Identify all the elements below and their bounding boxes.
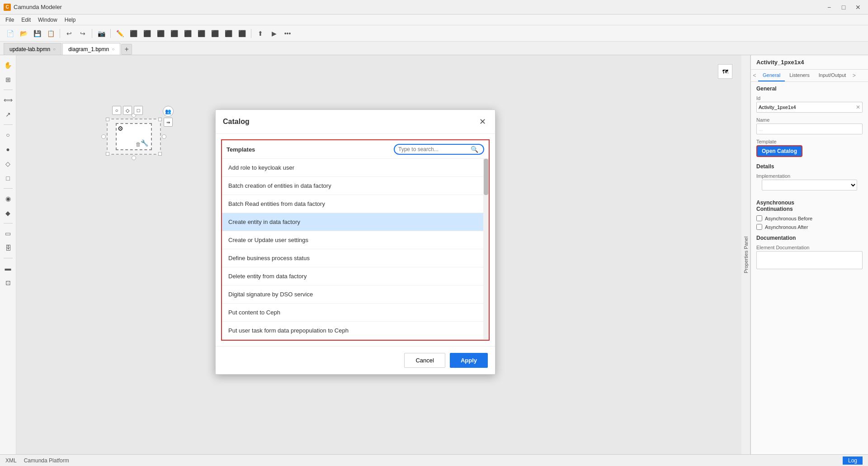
- play-button[interactable]: ▶: [268, 28, 280, 39]
- template-item-6[interactable]: Delete entity from data factory: [222, 267, 489, 285]
- delete-icon: 🗑: [136, 141, 141, 147]
- template-list: Add role to keycloak user Batch creation…: [222, 159, 489, 340]
- open-file-button[interactable]: 📂: [17, 28, 30, 39]
- menu-help[interactable]: Help: [61, 16, 80, 24]
- tab-update-lab[interactable]: update-lab.bpmn ○: [4, 43, 61, 55]
- title-bar: C Camunda Modeler − □ ✕: [0, 0, 868, 14]
- scrollbar-thumb[interactable]: [484, 159, 488, 195]
- template-item-8[interactable]: Put content to Ceph: [222, 304, 489, 322]
- menu-file[interactable]: File: [2, 16, 18, 24]
- handle-bl: [106, 152, 109, 156]
- save-as-button[interactable]: 📋: [44, 28, 57, 39]
- lasso-tool[interactable]: ↗: [2, 108, 14, 121]
- circle-thick-tool[interactable]: ◉: [2, 192, 14, 205]
- template-item-4[interactable]: Create or Update user settings: [222, 231, 489, 249]
- panel-tab-input-output[interactable]: Input/Output: [814, 70, 851, 81]
- template-item-5[interactable]: Define business process status: [222, 249, 489, 267]
- properties-panel-toggle[interactable]: Properties Panel: [741, 55, 750, 454]
- element-doc-textarea[interactable]: [756, 251, 863, 269]
- rect-tool[interactable]: ▭: [2, 227, 14, 240]
- more-tools2[interactable]: ⬛: [236, 28, 248, 39]
- hand-tool[interactable]: ✋: [2, 59, 14, 71]
- bpmn-task[interactable]: ⚙ 🔧 🗑 ○ ◇ □: [107, 119, 161, 155]
- diamond-bold-tool[interactable]: ◆: [2, 207, 14, 219]
- async-after-checkbox[interactable]: [756, 224, 762, 230]
- implementation-select[interactable]: [762, 180, 857, 190]
- diamond-tool[interactable]: ◇: [2, 157, 14, 170]
- dist-h[interactable]: ⬛: [168, 28, 180, 39]
- marquee-tool[interactable]: ⊞: [2, 73, 14, 86]
- circle-bold-tool[interactable]: ●: [2, 143, 14, 156]
- right-panel: Activity_1pxe1x4 < General Listeners Inp…: [750, 55, 868, 454]
- circle-tool[interactable]: ○: [2, 128, 14, 141]
- context-people[interactable]: 👥: [163, 106, 174, 117]
- panel-tool[interactable]: ▬: [2, 262, 14, 275]
- bpmn-element-container[interactable]: ⚙ 🔧 🗑 ○ ◇ □: [107, 119, 161, 155]
- minimize-button[interactable]: −: [823, 2, 835, 12]
- minimap-button[interactable]: 🗺: [718, 64, 732, 79]
- dist-v2[interactable]: ⬛: [208, 28, 221, 39]
- group-tool[interactable]: ⊡: [2, 276, 14, 289]
- status-bar: XML Camunda Platform Log: [0, 454, 868, 466]
- search-input[interactable]: [398, 146, 471, 152]
- menu-window[interactable]: Window: [34, 16, 61, 24]
- context-square[interactable]: □: [134, 106, 143, 115]
- template-item-1[interactable]: Batch creation of entities in data facto…: [222, 177, 489, 195]
- async-before-checkbox[interactable]: [756, 215, 762, 221]
- cancel-button[interactable]: Cancel: [404, 353, 445, 368]
- more-button[interactable]: •••: [281, 28, 294, 39]
- log-button[interactable]: Log: [843, 456, 863, 465]
- template-item-9[interactable]: Put user task form data prepopulation to…: [222, 322, 489, 340]
- context-diamond[interactable]: ◇: [123, 106, 132, 115]
- canvas[interactable]: 🗺 ⚙ 🔧 🗑: [16, 55, 741, 454]
- context-circle[interactable]: ○: [112, 106, 121, 115]
- context-expand[interactable]: ⇒: [164, 118, 173, 127]
- window-controls: − □ ✕: [823, 2, 864, 12]
- handle-right: [162, 134, 166, 139]
- search-box[interactable]: 🔍: [394, 144, 484, 155]
- tab-close-icon[interactable]: ○: [112, 47, 114, 52]
- menu-edit[interactable]: Edit: [18, 16, 34, 24]
- undo-button[interactable]: ↩: [63, 28, 75, 39]
- panel-nav-left[interactable]: <: [751, 70, 758, 81]
- square-tool[interactable]: □: [2, 172, 14, 185]
- new-file-button[interactable]: 📄: [4, 28, 16, 39]
- db-tool[interactable]: 🗄: [2, 242, 14, 254]
- panel-nav-right[interactable]: >: [850, 70, 858, 81]
- panel-tab-general[interactable]: General: [758, 70, 785, 81]
- template-item-2[interactable]: Batch Read entities from data factory: [222, 195, 489, 213]
- tab-diagram-1[interactable]: diagram_1.bpmn ○: [62, 43, 120, 55]
- template-item-7[interactable]: Digital signature by DSO service: [222, 285, 489, 304]
- edit-tool[interactable]: ✏️: [113, 28, 126, 39]
- add-tab-button[interactable]: +: [121, 44, 132, 55]
- apply-button[interactable]: Apply: [450, 353, 488, 368]
- separator-3: [110, 29, 111, 38]
- camera-button[interactable]: 📷: [95, 28, 108, 39]
- redo-button[interactable]: ↪: [76, 28, 89, 39]
- scrollbar-track[interactable]: [483, 159, 489, 340]
- dialog-close-button[interactable]: ✕: [477, 116, 488, 127]
- template-item-3[interactable]: Create entity in data factory: [222, 213, 489, 231]
- id-field[interactable]: Activity_1pxe1x4 ✕: [756, 102, 863, 113]
- search-icon: 🔍: [471, 146, 478, 153]
- upload-button[interactable]: ⬆: [254, 28, 267, 39]
- panel-title: Activity_1pxe1x4: [756, 59, 804, 66]
- template-item-0[interactable]: Add role to keycloak user: [222, 159, 489, 177]
- save-button[interactable]: 💾: [31, 28, 43, 39]
- name-field[interactable]: ...: [756, 124, 863, 134]
- align-right[interactable]: ⬛: [154, 28, 167, 39]
- maximize-button[interactable]: □: [837, 2, 850, 12]
- dist-v[interactable]: ⬛: [181, 28, 194, 39]
- dist-h2[interactable]: ⬛: [195, 28, 208, 39]
- id-field-label: Id: [751, 94, 868, 102]
- align-left[interactable]: ⬛: [127, 28, 140, 39]
- connect-tool[interactable]: ⟺: [2, 94, 14, 106]
- align-center[interactable]: ⬛: [141, 28, 153, 39]
- xml-label[interactable]: XML: [5, 457, 17, 464]
- tab-close-icon[interactable]: ○: [53, 47, 56, 52]
- more-tools[interactable]: ⬛: [222, 28, 235, 39]
- panel-tab-listeners[interactable]: Listeners: [785, 70, 814, 81]
- open-catalog-button[interactable]: Open Catalog: [756, 145, 802, 157]
- id-clear-icon[interactable]: ✕: [856, 104, 860, 110]
- close-button[interactable]: ✕: [852, 2, 864, 12]
